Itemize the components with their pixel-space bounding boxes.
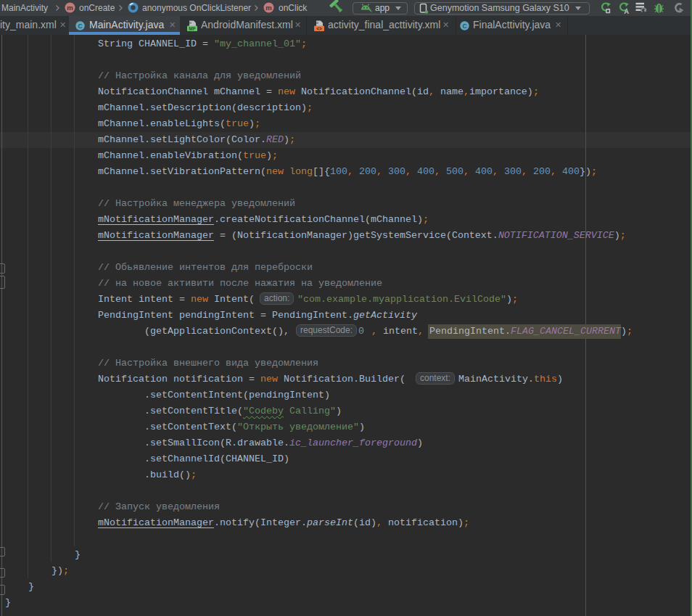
svg-text:A: A <box>624 7 629 15</box>
svg-text:m: m <box>265 4 271 12</box>
svg-text:MF: MF <box>189 26 195 31</box>
svg-text:C: C <box>78 22 82 30</box>
svg-text:m: m <box>67 4 73 12</box>
svg-text:C: C <box>462 22 466 30</box>
svg-text:<>: <> <box>316 26 322 31</box>
